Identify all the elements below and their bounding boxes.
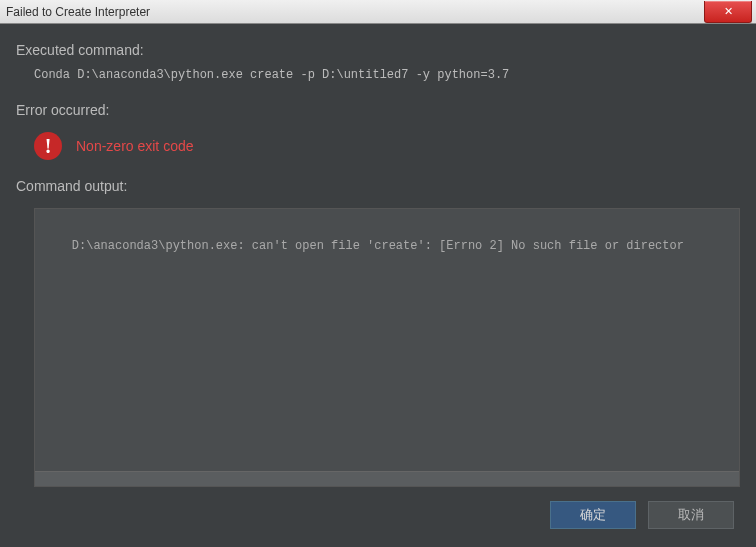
error-heading: Error occurred: [16, 102, 740, 118]
button-row: 确定 取消 [16, 487, 740, 535]
command-output-text: D:\anaconda3\python.exe: can't open file… [72, 239, 684, 253]
command-output-box: D:\anaconda3\python.exe: can't open file… [34, 208, 740, 487]
output-heading: Command output: [16, 178, 740, 194]
titlebar: Failed to Create Interpreter ✕ [0, 0, 756, 24]
error-row: ! Non-zero exit code [34, 132, 740, 160]
dialog-content: Executed command: Conda D:\anaconda3\pyt… [0, 24, 756, 547]
titlebar-title: Failed to Create Interpreter [6, 5, 150, 19]
executed-command-heading: Executed command: [16, 42, 740, 58]
error-icon: ! [34, 132, 62, 160]
executed-command-text: Conda D:\anaconda3\python.exe create -p … [34, 68, 740, 82]
cancel-button-label: 取消 [678, 506, 704, 524]
error-message: Non-zero exit code [76, 138, 194, 154]
cancel-button[interactable]: 取消 [648, 501, 734, 529]
close-icon: ✕ [724, 5, 733, 18]
ok-button[interactable]: 确定 [550, 501, 636, 529]
close-button[interactable]: ✕ [704, 1, 752, 23]
ok-button-label: 确定 [580, 506, 606, 524]
